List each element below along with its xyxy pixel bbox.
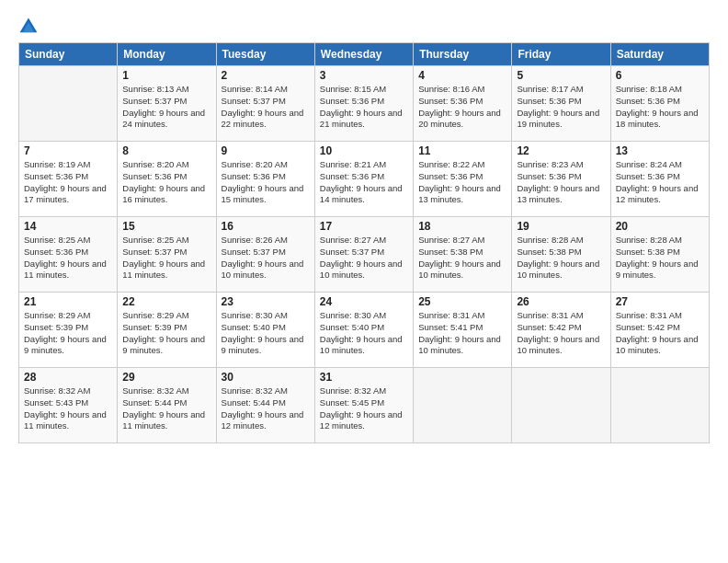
calendar-cell: 8Sunrise: 8:20 AMSunset: 5:36 PMDaylight… (118, 142, 216, 217)
day-number: 1 (122, 69, 210, 82)
day-number: 12 (517, 144, 605, 157)
day-info: Sunrise: 8:15 AMSunset: 5:36 PMDaylight:… (320, 84, 408, 131)
day-number: 4 (418, 69, 506, 82)
column-header-monday: Monday (118, 43, 216, 66)
day-number: 15 (122, 220, 210, 233)
calendar-cell (512, 368, 610, 443)
day-number: 22 (122, 295, 210, 308)
header (18, 17, 710, 37)
day-info: Sunrise: 8:28 AMSunset: 5:38 PMDaylight:… (616, 235, 704, 282)
calendar-cell: 30Sunrise: 8:32 AMSunset: 5:44 PMDayligh… (216, 368, 314, 443)
calendar-cell: 29Sunrise: 8:32 AMSunset: 5:44 PMDayligh… (118, 368, 216, 443)
calendar-cell: 20Sunrise: 8:28 AMSunset: 5:38 PMDayligh… (610, 217, 709, 293)
day-info: Sunrise: 8:25 AMSunset: 5:36 PMDaylight:… (24, 235, 112, 282)
day-number: 6 (616, 69, 704, 82)
calendar-cell: 18Sunrise: 8:27 AMSunset: 5:38 PMDayligh… (414, 217, 512, 293)
calendar-cell: 25Sunrise: 8:31 AMSunset: 5:41 PMDayligh… (414, 293, 512, 368)
day-info: Sunrise: 8:31 AMSunset: 5:42 PMDaylight:… (517, 310, 605, 357)
day-number: 23 (222, 295, 310, 308)
day-number: 5 (517, 69, 605, 82)
day-number: 29 (122, 371, 210, 384)
day-info: Sunrise: 8:26 AMSunset: 5:37 PMDaylight:… (222, 235, 310, 282)
calendar-week-4: 21Sunrise: 8:29 AMSunset: 5:39 PMDayligh… (19, 293, 710, 368)
day-number: 9 (222, 144, 310, 157)
day-info: Sunrise: 8:13 AMSunset: 5:37 PMDaylight:… (122, 84, 210, 131)
day-info: Sunrise: 8:21 AMSunset: 5:36 PMDaylight:… (320, 159, 408, 206)
day-info: Sunrise: 8:29 AMSunset: 5:39 PMDaylight:… (24, 310, 112, 357)
page: SundayMondayTuesdayWednesdayThursdayFrid… (0, 0, 728, 563)
day-number: 11 (418, 144, 506, 157)
calendar-cell: 26Sunrise: 8:31 AMSunset: 5:42 PMDayligh… (512, 293, 610, 368)
column-header-saturday: Saturday (610, 43, 709, 66)
day-number: 10 (320, 144, 408, 157)
column-header-tuesday: Tuesday (216, 43, 314, 66)
calendar-week-1: 1Sunrise: 8:13 AMSunset: 5:37 PMDaylight… (19, 66, 710, 142)
calendar-cell: 9Sunrise: 8:20 AMSunset: 5:36 PMDaylight… (216, 142, 314, 217)
day-info: Sunrise: 8:30 AMSunset: 5:40 PMDaylight:… (320, 310, 408, 357)
day-info: Sunrise: 8:27 AMSunset: 5:37 PMDaylight:… (320, 235, 408, 282)
day-info: Sunrise: 8:31 AMSunset: 5:41 PMDaylight:… (418, 310, 506, 357)
calendar-cell: 16Sunrise: 8:26 AMSunset: 5:37 PMDayligh… (216, 217, 314, 293)
calendar-cell: 10Sunrise: 8:21 AMSunset: 5:36 PMDayligh… (314, 142, 413, 217)
day-number: 19 (517, 220, 605, 233)
day-number: 31 (320, 371, 408, 384)
day-info: Sunrise: 8:24 AMSunset: 5:36 PMDaylight:… (616, 159, 704, 206)
day-info: Sunrise: 8:29 AMSunset: 5:39 PMDaylight:… (122, 310, 210, 357)
logo-icon (18, 17, 39, 37)
day-number: 8 (122, 144, 210, 157)
day-info: Sunrise: 8:27 AMSunset: 5:38 PMDaylight:… (418, 235, 506, 282)
day-number: 20 (616, 220, 704, 233)
day-info: Sunrise: 8:22 AMSunset: 5:36 PMDaylight:… (418, 159, 506, 206)
day-info: Sunrise: 8:14 AMSunset: 5:37 PMDaylight:… (222, 84, 310, 131)
calendar-cell: 21Sunrise: 8:29 AMSunset: 5:39 PMDayligh… (19, 293, 118, 368)
day-number: 14 (24, 220, 112, 233)
day-number: 7 (24, 144, 112, 157)
day-info: Sunrise: 8:32 AMSunset: 5:45 PMDaylight:… (320, 385, 408, 432)
day-number: 21 (24, 295, 112, 308)
calendar-cell: 7Sunrise: 8:19 AMSunset: 5:36 PMDaylight… (19, 142, 118, 217)
logo (18, 17, 42, 37)
calendar-cell: 22Sunrise: 8:29 AMSunset: 5:39 PMDayligh… (118, 293, 216, 368)
calendar-cell (610, 368, 709, 443)
day-info: Sunrise: 8:25 AMSunset: 5:37 PMDaylight:… (122, 235, 210, 282)
column-header-sunday: Sunday (19, 43, 118, 66)
calendar-cell: 23Sunrise: 8:30 AMSunset: 5:40 PMDayligh… (216, 293, 314, 368)
calendar-cell: 5Sunrise: 8:17 AMSunset: 5:36 PMDaylight… (512, 66, 610, 142)
day-info: Sunrise: 8:20 AMSunset: 5:36 PMDaylight:… (122, 159, 210, 206)
day-info: Sunrise: 8:19 AMSunset: 5:36 PMDaylight:… (24, 159, 112, 206)
day-number: 13 (616, 144, 704, 157)
calendar-header-row: SundayMondayTuesdayWednesdayThursdayFrid… (19, 43, 710, 66)
day-info: Sunrise: 8:20 AMSunset: 5:36 PMDaylight:… (222, 159, 310, 206)
day-number: 18 (418, 220, 506, 233)
day-number: 3 (320, 69, 408, 82)
day-info: Sunrise: 8:18 AMSunset: 5:36 PMDaylight:… (616, 84, 704, 131)
day-info: Sunrise: 8:32 AMSunset: 5:44 PMDaylight:… (122, 385, 210, 432)
calendar-table: SundayMondayTuesdayWednesdayThursdayFrid… (18, 42, 710, 443)
calendar-cell: 3Sunrise: 8:15 AMSunset: 5:36 PMDaylight… (314, 66, 413, 142)
calendar-cell: 19Sunrise: 8:28 AMSunset: 5:38 PMDayligh… (512, 217, 610, 293)
day-number: 27 (616, 295, 704, 308)
day-number: 24 (320, 295, 408, 308)
day-info: Sunrise: 8:16 AMSunset: 5:36 PMDaylight:… (418, 84, 506, 131)
calendar-cell (19, 66, 118, 142)
calendar-cell: 14Sunrise: 8:25 AMSunset: 5:36 PMDayligh… (19, 217, 118, 293)
calendar-cell: 13Sunrise: 8:24 AMSunset: 5:36 PMDayligh… (610, 142, 709, 217)
day-info: Sunrise: 8:17 AMSunset: 5:36 PMDaylight:… (517, 84, 605, 131)
calendar-cell: 2Sunrise: 8:14 AMSunset: 5:37 PMDaylight… (216, 66, 314, 142)
day-number: 30 (222, 371, 310, 384)
calendar-cell: 17Sunrise: 8:27 AMSunset: 5:37 PMDayligh… (314, 217, 413, 293)
calendar-cell: 11Sunrise: 8:22 AMSunset: 5:36 PMDayligh… (414, 142, 512, 217)
day-number: 16 (222, 220, 310, 233)
column-header-thursday: Thursday (414, 43, 512, 66)
calendar-cell: 15Sunrise: 8:25 AMSunset: 5:37 PMDayligh… (118, 217, 216, 293)
day-number: 17 (320, 220, 408, 233)
day-info: Sunrise: 8:32 AMSunset: 5:43 PMDaylight:… (24, 385, 112, 432)
day-number: 2 (222, 69, 310, 82)
calendar-week-5: 28Sunrise: 8:32 AMSunset: 5:43 PMDayligh… (19, 368, 710, 443)
day-number: 28 (24, 371, 112, 384)
calendar-cell (414, 368, 512, 443)
day-info: Sunrise: 8:31 AMSunset: 5:42 PMDaylight:… (616, 310, 704, 357)
day-info: Sunrise: 8:23 AMSunset: 5:36 PMDaylight:… (517, 159, 605, 206)
day-info: Sunrise: 8:30 AMSunset: 5:40 PMDaylight:… (222, 310, 310, 357)
column-header-friday: Friday (512, 43, 610, 66)
